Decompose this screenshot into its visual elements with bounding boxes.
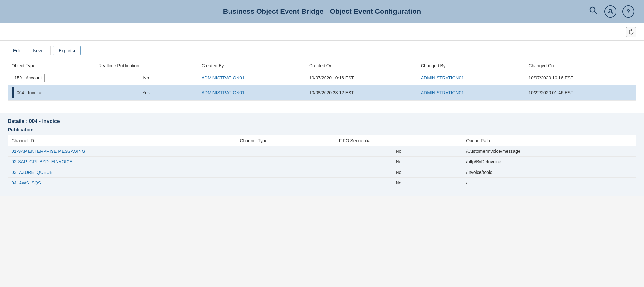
pub-col-queue-path: Queue Path <box>462 135 636 146</box>
col-object-type: Object Type <box>8 61 94 71</box>
pub-table-row: 03_AZURE_QUEUENo/Invoice/topic <box>8 167 636 178</box>
help-icon[interactable]: ? <box>622 5 634 18</box>
publication-title: Publication <box>8 127 636 132</box>
cell-changed-by[interactable]: ADMINISTRATION01 <box>417 71 525 85</box>
cell-object-type: 004 - Invoice <box>8 85 94 101</box>
pub-cell-fifo: No <box>335 146 462 157</box>
svg-line-1 <box>594 12 597 14</box>
cell-created-by[interactable]: ADMINISTRATION01 <box>197 85 305 101</box>
page-header: Business Object Event Bridge - Object Ev… <box>0 0 644 23</box>
pub-cell-channel-type <box>236 146 335 157</box>
details-title: Details : 004 - Invoice <box>8 119 636 124</box>
pub-cell-fifo: No <box>335 167 462 178</box>
pub-cell-channel-id[interactable]: 02-SAP_CPI_BYD_EINVOICE <box>8 157 236 167</box>
pub-header-row: Channel ID Channel Type FIFO Sequential … <box>8 135 636 146</box>
table-row[interactable]: 004 - InvoiceYesADMINISTRATION0110/08/20… <box>8 85 636 101</box>
pub-table-row: 04_AWS_SQSNo/ <box>8 178 636 188</box>
pub-cell-channel-type <box>236 167 335 178</box>
col-changed-by: Changed By <box>417 61 525 71</box>
pub-cell-queue-path: /CustomerInvoice/message <box>462 146 636 157</box>
cell-realtime-publication: Yes <box>94 85 197 101</box>
toolbar-area <box>0 23 644 41</box>
search-icon[interactable] <box>588 5 599 18</box>
cell-created-by[interactable]: ADMINISTRATION01 <box>197 71 305 85</box>
cell-realtime-publication: No <box>94 71 197 85</box>
export-arrow-icon: ◀ <box>73 49 75 53</box>
pub-cell-fifo: No <box>335 157 462 167</box>
cell-created-on: 10/07/2020 10:16 EST <box>305 71 417 85</box>
pub-cell-channel-type <box>236 157 335 167</box>
pub-cell-channel-type <box>236 178 335 188</box>
cell-changed-by[interactable]: ADMINISTRATION01 <box>417 85 525 101</box>
pub-cell-queue-path: /http/ByDeInvoice <box>462 157 636 167</box>
pub-col-channel-id: Channel ID <box>8 135 236 146</box>
page-title: Business Object Event Bridge - Object Ev… <box>223 7 421 16</box>
cell-created-on: 10/08/2020 23:12 EST <box>305 85 417 101</box>
publication-table: Channel ID Channel Type FIFO Sequential … <box>8 135 636 188</box>
details-section: Details : 004 - Invoice Publication Chan… <box>0 113 644 196</box>
main-data-table: Object Type Realtime Publication Created… <box>8 61 636 101</box>
pub-table-row: 02-SAP_CPI_BYD_EINVOICENo/http/ByDeInvoi… <box>8 157 636 167</box>
refresh-button[interactable] <box>626 27 636 37</box>
row-indicator <box>12 87 14 98</box>
details-header: Details : 004 - Invoice <box>8 119 636 124</box>
table-row[interactable]: 159 - AccountNoADMINISTRATION0110/07/202… <box>8 71 636 85</box>
main-content: Edit New Export ◀ Object Type Realtime P… <box>0 41 644 113</box>
pub-col-fifo: FIFO Sequential ... <box>335 135 462 146</box>
action-buttons: Edit New Export ◀ <box>8 46 636 55</box>
pub-cell-channel-id[interactable]: 04_AWS_SQS <box>8 178 236 188</box>
pub-table-row: 01-SAP ENTERPRISE MESSAGINGNo/CustomerIn… <box>8 146 636 157</box>
export-button[interactable]: Export ◀ <box>53 46 80 55</box>
col-changed-on: Changed On <box>525 61 636 71</box>
cell-changed-on: 10/22/2020 01:46 EST <box>525 85 636 101</box>
col-created-by: Created By <box>197 61 305 71</box>
pub-cell-queue-path: /Invoice/topic <box>462 167 636 178</box>
header-icons: ? <box>588 5 634 18</box>
pub-cell-queue-path: / <box>462 178 636 188</box>
new-button[interactable]: New <box>28 46 47 55</box>
pub-col-channel-type: Channel Type <box>236 135 335 146</box>
col-created-on: Created On <box>305 61 417 71</box>
button-divider <box>50 46 51 55</box>
col-realtime-publication: Realtime Publication <box>94 61 197 71</box>
pub-cell-fifo: No <box>335 178 462 188</box>
table-header-row: Object Type Realtime Publication Created… <box>8 61 636 71</box>
pub-cell-channel-id[interactable]: 03_AZURE_QUEUE <box>8 167 236 178</box>
edit-button[interactable]: Edit <box>8 46 26 55</box>
user-icon[interactable] <box>604 5 616 18</box>
pub-cell-channel-id[interactable]: 01-SAP ENTERPRISE MESSAGING <box>8 146 236 157</box>
cell-object-type: 159 - Account <box>8 71 94 85</box>
svg-point-2 <box>609 9 612 12</box>
cell-changed-on: 10/07/2020 10:16 EST <box>525 71 636 85</box>
